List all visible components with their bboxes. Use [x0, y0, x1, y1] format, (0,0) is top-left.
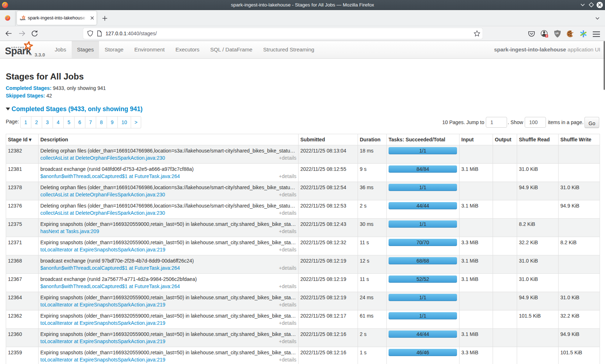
svg-text:Spark: Spark [20, 18, 26, 21]
svg-text:U0: U0 [555, 32, 559, 35]
svg-text:TM: TM [29, 54, 32, 56]
